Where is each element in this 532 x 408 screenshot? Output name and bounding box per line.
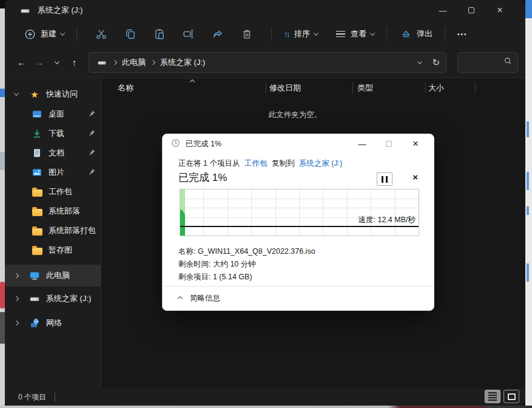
sidebar-item-label: 桌面 <box>49 109 64 120</box>
address-dropdown-chevron-icon[interactable] <box>417 59 422 64</box>
chevron-right-icon[interactable] <box>14 296 19 301</box>
sidebar-item-folder[interactable]: 工作包 <box>5 182 101 202</box>
column-separator[interactable] <box>425 82 426 93</box>
sidebar-item-documents[interactable]: 文档 <box>5 143 101 163</box>
view-button[interactable]: 查看 <box>334 29 377 39</box>
pictures-icon <box>32 167 42 178</box>
eject-button[interactable]: 弹出 <box>397 27 435 41</box>
title-bar[interactable]: 系统之家 (J:) — × <box>5 0 525 21</box>
background-fragment <box>527 206 529 215</box>
column-separator[interactable] <box>266 82 266 93</box>
details-toggle[interactable]: 简略信息 <box>178 293 220 304</box>
pause-button[interactable] <box>377 172 392 186</box>
pin-icon <box>87 109 96 120</box>
background-fragment <box>0 152 5 170</box>
dialog-maximize-button[interactable] <box>386 141 392 147</box>
destination-folder-link[interactable]: 系统之家 (J:) <box>299 159 343 168</box>
chevron-down-icon <box>60 30 65 35</box>
sidebar-item-quick-access[interactable]: ★ 快速访问 <box>5 84 101 104</box>
share-button[interactable] <box>203 28 232 40</box>
background-fragment <box>0 89 5 97</box>
address-bar[interactable]: 此电脑 系统之家 (J:) ↻ <box>89 52 446 73</box>
view-toggles <box>485 390 519 403</box>
copy-clock-icon <box>171 138 180 149</box>
background-window-right-sliver <box>525 0 532 408</box>
dialog-minimize-button[interactable]: — <box>357 140 367 149</box>
background-fragment <box>527 264 529 282</box>
sidebar-item-this-pc[interactable]: 此电脑 <box>5 265 101 287</box>
column-header-type[interactable]: 类型 <box>357 83 373 93</box>
search-box[interactable] <box>457 52 518 73</box>
up-button[interactable]: ↑ <box>67 53 81 72</box>
close-button[interactable]: × <box>495 5 505 16</box>
window-title: 系统之家 (J:) <box>38 5 82 16</box>
background-fragment <box>525 0 532 18</box>
breadcrumb-this-pc[interactable]: 此电脑 <box>122 57 146 68</box>
chevron-right-icon[interactable] <box>14 273 19 278</box>
sidebar-item-folder[interactable]: 暂存图 <box>5 240 101 260</box>
document-icon <box>32 148 42 158</box>
share-icon <box>212 28 224 40</box>
sidebar-item-label: 快速访问 <box>46 89 78 100</box>
sidebar-item-label: 系统部落 <box>49 206 80 217</box>
sidebar-item-desktop[interactable]: 桌面 <box>5 104 101 124</box>
maximize-button[interactable] <box>468 7 474 13</box>
back-button[interactable]: ← <box>15 53 29 72</box>
forward-button[interactable]: → <box>32 53 46 72</box>
chevron-up-icon <box>178 296 183 301</box>
cancel-copy-button[interactable]: × <box>412 172 418 182</box>
rename-icon <box>183 28 195 40</box>
status-divider <box>55 393 55 401</box>
column-header-date[interactable]: 修改日期 <box>269 83 301 93</box>
delete-button[interactable] <box>232 28 261 40</box>
large-icons-view-button[interactable] <box>503 390 519 403</box>
recent-locations-button[interactable] <box>50 53 64 72</box>
copy-button[interactable] <box>116 28 145 40</box>
command-bar: 新建 ↑↓ 排 <box>5 21 525 47</box>
sort-ascending-icon <box>190 80 195 84</box>
chevron-right-icon <box>150 59 155 64</box>
refresh-button[interactable]: ↻ <box>432 57 440 68</box>
pin-icon <box>87 129 96 139</box>
column-header-name[interactable]: 名称 <box>118 83 133 93</box>
sidebar-item-downloads[interactable]: 下载 <box>5 124 101 143</box>
large-icons-view-icon <box>508 393 516 400</box>
dialog-title-bar[interactable]: 已完成 1% — × <box>163 134 434 154</box>
paste-button[interactable] <box>145 28 174 40</box>
source-folder-link[interactable]: 工作包 <box>244 159 268 168</box>
status-bar: 0 个项目 <box>5 389 525 406</box>
copy-icon <box>124 28 136 40</box>
view-label: 查看 <box>351 29 366 39</box>
sidebar-item-label: 此电脑 <box>46 270 70 281</box>
sidebar-item-drive[interactable]: 系统之家 (J:) <box>5 287 101 311</box>
drive-icon <box>18 4 32 17</box>
breadcrumb-current-drive[interactable]: 系统之家 (J:) <box>160 57 205 68</box>
sidebar-item-pictures[interactable]: 图片 <box>5 163 101 182</box>
search-input[interactable] <box>463 58 503 67</box>
toolbar-divider <box>76 27 77 41</box>
minimize-button[interactable]: — <box>438 6 448 15</box>
drive-icon <box>29 293 40 304</box>
column-header-size[interactable]: 大小 <box>428 83 444 93</box>
chevron-right-icon[interactable] <box>14 321 19 325</box>
column-separator[interactable] <box>352 82 353 93</box>
column-separator[interactable] <box>475 82 476 93</box>
sort-button[interactable]: ↑↓ 排序 <box>281 29 320 39</box>
sidebar-item-label: 下载 <box>49 128 64 139</box>
chevron-down-icon <box>370 30 375 35</box>
details-view-button[interactable] <box>485 390 500 403</box>
toolbar-divider <box>386 27 387 41</box>
sidebar-item-folder[interactable]: 系统部落 <box>5 202 101 221</box>
dialog-close-button[interactable]: × <box>411 138 420 150</box>
sidebar-item-network[interactable]: 网络 <box>5 311 101 335</box>
background-fragment <box>0 312 5 344</box>
sidebar-item-folder[interactable]: 系统部落打包 <box>5 221 101 240</box>
rename-button[interactable] <box>174 28 203 40</box>
chevron-down-icon[interactable] <box>14 90 19 95</box>
new-button[interactable]: 新建 <box>21 27 67 41</box>
dialog-title: 已完成 1% <box>186 139 221 149</box>
search-icon <box>503 56 513 68</box>
more-button[interactable]: ••• <box>455 31 470 38</box>
more-dots-icon: ••• <box>457 31 468 38</box>
cut-button[interactable] <box>87 28 116 40</box>
